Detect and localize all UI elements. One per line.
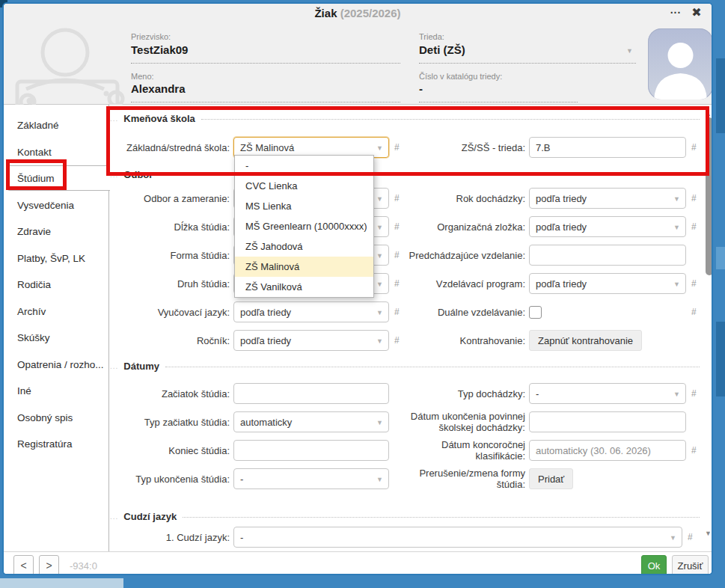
row-vyucovaci-jazyk: Vyučovací jazyk: podľa triedy ▼ # — [110, 301, 400, 322]
field-label: Druh štúdia: — [110, 273, 230, 294]
row-vzdelavaci-program: Vzdelávací program: podľa triedy ▼ # — [400, 273, 697, 294]
sidebar-items: Základné Kontakt Štúdium Vysvedčenia Zdr… — [4, 112, 109, 458]
select-value: automaticky — [240, 417, 292, 428]
field-label: Dátum koncoročnej klasifikácie: — [400, 440, 525, 461]
select-value: - — [536, 388, 539, 399]
chevron-down-icon: ▼ — [626, 47, 633, 55]
sidebar-item-studium[interactable]: Štúdium — [4, 165, 109, 192]
chevron-down-icon: ▼ — [376, 337, 383, 345]
skola-dropdown-list: - CVC Lienka MS Lienka MŠ Greenlearn (10… — [234, 155, 374, 298]
dropdown-option[interactable]: ZŠ Vanilková — [235, 277, 373, 297]
hash-marker: # — [688, 532, 693, 542]
sidebar-item-vysvedcenia[interactable]: Vysvedčenia — [4, 192, 109, 219]
priezvisko-label: Priezvisko: — [131, 32, 171, 41]
row-zaciatok-studia: Začiatok štúdia: — [110, 383, 389, 404]
meno-label: Meno: — [131, 72, 154, 81]
sidebar-item-kontakt[interactable]: Kontakt — [4, 139, 109, 166]
typ-ukoncenia-studia-select[interactable]: - ▼ — [233, 468, 389, 489]
sidebar-item-ine[interactable]: Iné — [4, 378, 109, 405]
field-label: Forma štúdia: — [110, 245, 230, 266]
vzdelavaci-program-select[interactable]: podľa triedy ▼ — [529, 273, 686, 294]
scroll-up-icon[interactable]: ▲ — [705, 110, 712, 117]
chevron-down-icon: ▼ — [376, 224, 383, 231]
dropdown-option[interactable]: - — [235, 156, 373, 176]
field-label: Typ začiatku štúdia: — [110, 411, 230, 432]
hash-marker: # — [691, 445, 697, 456]
select-value: podľa triedy — [536, 193, 587, 204]
ok-button[interactable]: Ok — [641, 555, 667, 575]
next-record-button[interactable]: > — [39, 555, 59, 575]
section-title: Kmeňová škola — [123, 113, 195, 124]
row-rocnik: Ročník: podľa triedy ▼ # — [110, 330, 400, 351]
scrollbar-thumb[interactable] — [706, 117, 713, 275]
trieda-select[interactable]: Deti (ZŠ) ▼ — [419, 43, 636, 64]
dialog-footer — [4, 551, 712, 574]
dropdown-option[interactable]: MŠ Greenlearn (10000xxxx) — [235, 216, 373, 236]
student-photo[interactable] — [648, 28, 713, 99]
organizacna-zlozka-select[interactable]: podľa triedy ▼ — [529, 216, 686, 237]
trieda-label: Trieda: — [419, 32, 444, 41]
trieda-value: Deti (ZŠ) — [419, 43, 465, 56]
cudzi-jazyk-select[interactable]: - ▼ — [233, 527, 682, 548]
hash-marker: # — [394, 221, 400, 232]
field-label: Kontrahovanie: — [400, 330, 525, 351]
meno-value[interactable]: Alexandra — [131, 82, 400, 102]
koniec-studia-input[interactable] — [233, 440, 389, 461]
field-label: 1. Cudzí jazyk: — [110, 527, 230, 548]
predchadzajuce-vzdelanie-input[interactable] — [529, 245, 686, 266]
dropdown-option[interactable]: CVC Lienka — [235, 176, 373, 196]
field-label: Typ dochádzky: — [400, 383, 525, 404]
zapnut-kontrahovanie-button[interactable]: Zapnúť kontrahovanie — [529, 330, 642, 351]
chevron-down-icon: ▼ — [376, 252, 383, 260]
rok-dochadzky-select[interactable]: podľa triedy ▼ — [529, 188, 686, 209]
cislo-value[interactable]: - — [419, 82, 578, 102]
dialog-title-main: Žiak — [314, 7, 337, 19]
sidebar-item-archiv[interactable]: Archív — [4, 298, 109, 325]
row-predchadzajuce-vzdelanie: Predchádzajúce vzdelanie: — [400, 245, 686, 266]
sidebar-item-platby[interactable]: Platby, ŠvP, LK — [4, 245, 109, 272]
zs-ss-trieda-input-value[interactable] — [536, 142, 679, 153]
dropdown-option-highlighted[interactable]: ZŠ Malinová — [235, 257, 373, 277]
field-label: Rok dochádzky: — [400, 188, 525, 209]
dropdown-option[interactable]: MS Lienka — [235, 196, 373, 216]
section-title: Cudzí jazyk — [123, 511, 177, 522]
sidebar-item-registratura[interactable]: Registratúra — [4, 431, 109, 458]
sidebar-item-rodicia[interactable]: Rodičia — [4, 272, 109, 298]
field-label: Prerušenie/zmena formy štúdia: — [400, 468, 525, 489]
select-value: - — [240, 474, 243, 485]
datum-ukoncenia-povinnej-input[interactable] — [529, 411, 686, 432]
close-icon[interactable]: ✖ — [688, 4, 706, 21]
chevron-down-icon: ▼ — [673, 195, 680, 203]
cislo-label: Číslo v katalógu triedy: — [419, 72, 502, 81]
cancel-button[interactable]: Zrušiť — [672, 555, 709, 575]
typ-dochadzky-select[interactable]: - ▼ — [529, 383, 686, 404]
sidebar-item-opatrenia[interactable]: Opatrenia / rozho... — [4, 352, 109, 379]
zs-ss-trieda-input[interactable] — [529, 137, 686, 158]
datum-ukoncenia-povinnej-input-value[interactable] — [536, 417, 679, 428]
sidebar-item-skusky[interactable]: Skúšky — [4, 325, 109, 352]
sidebar-item-zdravie[interactable]: Zdravie — [4, 218, 109, 245]
typ-zaciatku-studia-select[interactable]: automaticky ▼ — [233, 411, 389, 432]
sidebar-item-zakladne[interactable]: Základné — [4, 112, 109, 139]
vyucovaci-jazyk-select[interactable]: podľa triedy ▼ — [233, 301, 389, 322]
zaciatok-studia-input[interactable] — [233, 383, 389, 404]
priezvisko-value[interactable]: TestZiak09 — [131, 43, 400, 64]
dialog-titlebar: Žiak (2025/2026) ... ✖ — [4, 4, 712, 21]
rocnik-select[interactable]: podľa triedy ▼ — [233, 330, 389, 351]
prev-record-button[interactable]: < — [13, 555, 34, 575]
hash-marker: # — [394, 278, 400, 289]
sidebar-item-osobny-spis[interactable]: Osobný spis — [4, 405, 109, 432]
scroll-down-icon[interactable]: ▼ — [705, 530, 712, 537]
dropdown-option[interactable]: ZŠ Jahodová — [235, 236, 373, 257]
predchadzajuce-vzdelanie-input-value[interactable] — [536, 250, 679, 261]
field-label: Vzdelávací program: — [400, 273, 525, 294]
window-menu-icon[interactable]: ... — [667, 4, 685, 21]
dualne-vzdelavanie-checkbox[interactable] — [529, 306, 542, 319]
koniec-studia-input-value[interactable] — [240, 445, 382, 456]
hash-marker: # — [691, 142, 697, 153]
datum-koncorocnej-klasifikacie-input[interactable]: automaticky (30. 06. 2026) — [529, 440, 686, 461]
zaciatok-studia-input-value[interactable] — [240, 388, 382, 399]
pridat-button[interactable]: Pridať — [529, 468, 573, 489]
background-strip — [0, 578, 123, 588]
section-datumy: ... Dátumy — [110, 360, 700, 372]
